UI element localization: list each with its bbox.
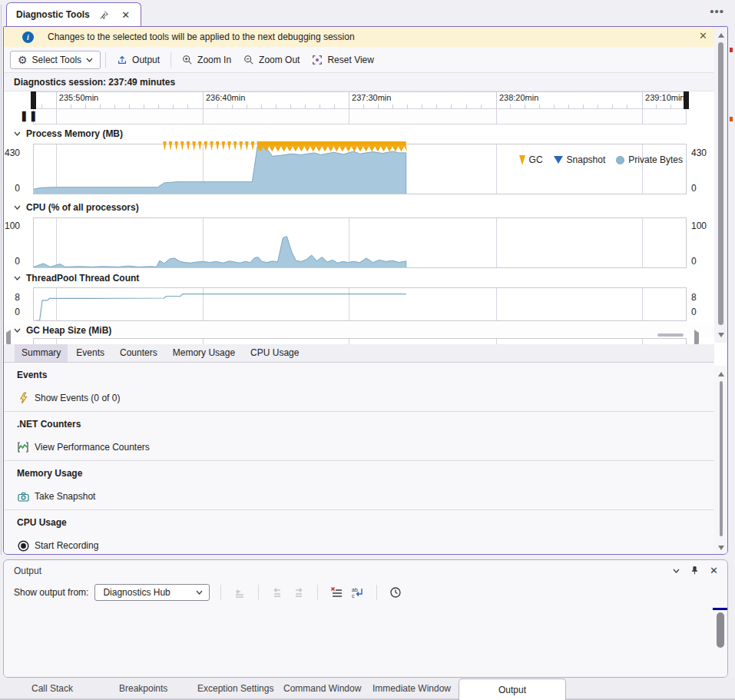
summary-action-start-recording[interactable]: Start Recording	[17, 539, 714, 552]
summary-action-label: View Performance Counters	[35, 442, 150, 453]
bottom-tab-output[interactable]: Output	[459, 678, 566, 700]
export-output-icon	[117, 55, 127, 65]
scroll-down-arrow[interactable]	[714, 542, 727, 553]
scrollbar-thumb[interactable]	[718, 42, 723, 325]
select-tools-button[interactable]: ⚙ Select Tools	[10, 51, 101, 69]
zoom-in-icon	[182, 55, 193, 65]
bottom-tab-breakpoints[interactable]: Breakpoints	[119, 678, 167, 699]
pin-icon[interactable]	[690, 566, 700, 576]
chevron-down-icon	[86, 58, 93, 62]
record-icon	[17, 539, 29, 552]
section-header-gc-heap[interactable]: GC Heap Size (MiB)	[4, 323, 714, 337]
bottom-tab-exception-settings[interactable]: Exception Settings	[197, 678, 273, 699]
diagnostics-toolbar: ⚙ Select Tools Output Zoom In Zoom Out R…	[4, 47, 727, 73]
hscroll-thumb[interactable]	[657, 333, 684, 337]
timeline-band[interactable]	[33, 108, 687, 124]
zoom-out-label: Zoom Out	[259, 55, 300, 65]
toolbar-separator	[171, 52, 171, 68]
gc-heap-chart-clipped[interactable]	[33, 338, 687, 344]
threadpool-ymax-label: 8	[3, 292, 20, 303]
chart-gridline	[349, 339, 349, 344]
summary-panel: EventsShow Events (0 of 0).NET CountersV…	[4, 363, 714, 555]
section-header-cpu[interactable]: CPU (% of all processors)	[4, 199, 714, 216]
window-frame-edge	[1, 5, 2, 555]
next-message-icon[interactable]	[291, 585, 306, 600]
summary-action-view-performance-counters[interactable]: View Performance Counters	[17, 441, 714, 453]
timestamp-clock-icon[interactable]	[388, 585, 403, 600]
word-wrap-icon[interactable]: abc	[350, 585, 366, 600]
memory-ymax-label: 430	[3, 148, 20, 158]
summary-vertical-scrollbar[interactable]	[714, 366, 727, 555]
hscroll-right-arrow[interactable]	[694, 333, 699, 343]
performance-counters-icon	[17, 441, 29, 453]
gc-markers-band	[34, 141, 686, 152]
window-overflow-menu-icon[interactable]: •••	[710, 5, 724, 18]
detail-tab-memory-usage[interactable]: Memory Usage	[166, 344, 242, 362]
cpu-ymin-label: 0	[3, 256, 20, 267]
bottom-tab-immediate-window[interactable]: Immediate Window	[372, 678, 451, 699]
diagnostic-tools-pane: i Changes to the selected tools will be …	[3, 26, 728, 555]
detail-tab-cpu-usage[interactable]: CPU Usage	[243, 344, 306, 362]
cpu-ymin-label-right: 0	[691, 256, 717, 267]
detail-tab-counters[interactable]: Counters	[113, 344, 164, 362]
output-toolbar: Show output from: Diagnostics Hub abc	[4, 582, 727, 603]
section-header-threadpool[interactable]: ThreadPool Thread Count	[4, 270, 714, 286]
chevron-down-icon	[14, 205, 21, 210]
svg-text:c: c	[352, 593, 355, 599]
previous-message-icon[interactable]	[270, 585, 285, 600]
section-header-process-memory[interactable]: Process Memory (MB)	[4, 125, 714, 142]
timeline-ruler[interactable]: 235:50min236:40min237:30min238:20min239:…	[33, 91, 687, 108]
tab-diagnostic-tools[interactable]: Diagnostic Tools ✕	[6, 2, 141, 26]
scroll-up-arrow[interactable]	[714, 30, 727, 41]
scroll-up-arrow[interactable]	[714, 369, 727, 380]
scrollbar-thumb[interactable]	[720, 381, 723, 536]
chevron-down-icon	[14, 276, 21, 280]
zoom-in-button[interactable]: Zoom In	[176, 51, 237, 69]
go-to-previous-message-icon[interactable]	[232, 585, 247, 600]
reset-view-label: Reset View	[327, 55, 373, 65]
summary-action-take-snapshot[interactable]: Take Snapshot	[17, 490, 714, 503]
process-memory-title: Process Memory (MB)	[26, 128, 123, 139]
gear-icon: ⚙	[18, 55, 28, 65]
legend-private-bytes: Private Bytes	[616, 154, 683, 165]
timeline-left-handle[interactable]	[31, 91, 36, 109]
toolbar-separator	[376, 585, 377, 600]
info-bar-close-icon[interactable]: ✕	[699, 30, 707, 41]
summary-action-show-events-of-[interactable]: Show Events (0 of 0)	[17, 392, 714, 404]
summary-section--net-counters: .NET CountersView Performance Counters	[4, 412, 714, 461]
bottom-tab-call-stack[interactable]: Call Stack	[31, 678, 73, 699]
scrollbar-thumb[interactable]	[717, 612, 724, 648]
clear-all-icon[interactable]	[329, 585, 344, 600]
pane-chevron-down-icon[interactable]	[673, 569, 680, 573]
zoom-out-button[interactable]: Zoom Out	[237, 51, 306, 69]
output-pane-title: Output	[14, 566, 41, 576]
close-icon[interactable]: ✕	[119, 8, 133, 22]
hscroll-left-arrow[interactable]	[6, 333, 11, 343]
bottom-tab-command-window[interactable]: Command Window	[283, 678, 361, 699]
cpu-title: CPU (% of all processors)	[26, 202, 139, 213]
cpu-chart[interactable]	[33, 217, 687, 268]
band-gridline	[56, 109, 57, 124]
output-log-area[interactable]	[4, 603, 727, 677]
detail-tab-summary[interactable]: Summary	[15, 344, 68, 362]
gc-flag-icon	[519, 155, 525, 165]
scroll-down-arrow[interactable]	[714, 330, 727, 340]
zoom-out-icon	[243, 55, 254, 65]
legend-snapshot: Snapshot	[554, 154, 606, 165]
close-icon[interactable]: ✕	[710, 565, 718, 576]
toolbar-separator	[105, 52, 106, 68]
chart-gridline	[203, 339, 204, 344]
threadpool-chart[interactable]	[33, 287, 687, 321]
info-bar-message: Changes to the selected tools will be ap…	[48, 32, 355, 42]
ruler-major-tick	[642, 92, 643, 109]
detail-tab-events[interactable]: Events	[69, 344, 111, 362]
timeline-right-handle[interactable]	[684, 91, 689, 109]
reset-view-button[interactable]: Reset View	[306, 51, 379, 69]
output-source-dropdown[interactable]: Diagnostics Hub	[94, 584, 210, 601]
charts-vertical-scrollbar[interactable]	[714, 27, 727, 343]
pause-icon[interactable]: ❚❚	[20, 110, 32, 122]
pin-icon[interactable]	[98, 8, 111, 22]
memory-ymax-label-right: 430	[691, 148, 717, 158]
ruler-major-tick	[56, 92, 57, 109]
output-button[interactable]: Output	[111, 51, 166, 69]
